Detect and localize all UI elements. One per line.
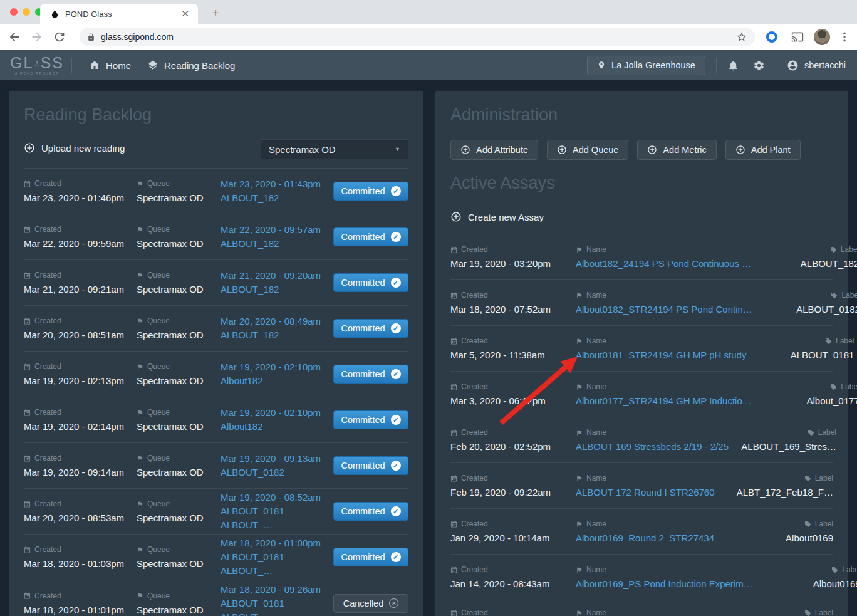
status-button[interactable]: Committed — [333, 456, 408, 475]
assay-name-link[interactable]: Albout0177_STR24194 GH MP Inductio… — [576, 395, 752, 406]
queue-label: Queue — [137, 454, 221, 462]
toolbar-divider — [784, 31, 784, 43]
address-bar[interactable]: glass.sgipond.com — [80, 28, 755, 46]
user-menu[interactable]: sbertacchi — [787, 60, 846, 71]
nav-divider — [776, 58, 776, 73]
create-new-assay-button[interactable]: Create new Assay — [450, 208, 833, 222]
forward-icon[interactable] — [30, 30, 44, 44]
calendar-icon — [450, 246, 457, 253]
assay-name-link[interactable]: Albout182_24194 PS Pond Continuous … — [576, 258, 751, 269]
url-text[interactable]: glass.sgipond.com — [101, 32, 736, 42]
assay-name-link[interactable]: Albout0182_STR24194 PS Pond Contin… — [576, 304, 752, 315]
back-icon[interactable] — [8, 30, 21, 44]
reading-row: Created Mar 20, 2020 - 08:53am Queue Spe… — [24, 489, 408, 535]
name-label: Name — [576, 382, 752, 391]
assay-name-link[interactable]: Albout0169_Round 2_STR27434 — [576, 533, 714, 543]
status-button[interactable]: Committed — [333, 182, 408, 201]
status-icon — [391, 232, 401, 242]
assay-name-link[interactable]: ALBOUT 169 Stressbeds 2/19 - 2/25 — [576, 441, 729, 452]
reading-link[interactable]: Mar 18, 2020 - 09:26am ALBOUT_0181 ALBOU… — [221, 583, 332, 616]
add-attribute-button[interactable]: Add Attribute — [450, 140, 538, 160]
status-button[interactable]: Committed — [333, 227, 408, 246]
logo-text-right: SS — [41, 56, 64, 70]
nav-item-home[interactable]: Home — [89, 60, 131, 71]
queue-value: Spectramax OD — [137, 330, 221, 340]
status-button[interactable]: Committed — [333, 410, 408, 429]
add-plant-button[interactable]: Add Plant — [725, 140, 801, 160]
queue-filter-dropdown[interactable]: Spectramax OD ▼ — [261, 139, 408, 159]
flag-icon — [576, 338, 583, 345]
name-label: Name — [576, 519, 725, 528]
reading-link[interactable]: Mar 20, 2020 - 08:49am ALBOUT_182 — [221, 315, 332, 342]
flag-icon — [137, 226, 143, 233]
reading-row: Created Mar 21, 2020 - 09:21am Queue Spe… — [24, 260, 408, 306]
created-value: Feb 19, 2020 - 09:22am — [450, 487, 576, 498]
assay-name-link[interactable]: Albout0181_STR24194 GH MP pH study — [576, 350, 746, 360]
location-button[interactable]: La Jolla Greenhouse — [587, 56, 705, 75]
flag-icon — [137, 501, 143, 508]
assay-name-link[interactable]: Albout0169_PS Pond Induction Experim… — [576, 578, 753, 589]
minimize-window-button[interactable] — [23, 8, 30, 16]
created-label: Created — [24, 271, 137, 279]
created-value: Mar 3, 2020 - 06:12pm — [450, 395, 576, 406]
extension-icon[interactable] — [766, 31, 777, 43]
calendar-icon — [24, 501, 31, 508]
created-label: Created — [24, 592, 137, 600]
reading-link[interactable]: Mar 21, 2020 - 09:20am ALBOUT_182 — [221, 269, 332, 296]
close-window-button[interactable] — [10, 8, 18, 16]
status-button[interactable]: Cancelled — [333, 594, 408, 613]
reading-link[interactable]: Mar 19, 2020 - 09:13am ALBOUT_0182 — [221, 452, 332, 479]
notifications-bell-icon[interactable] — [727, 60, 739, 71]
assay-name-link[interactable]: ALBOUT 172 Round I STR26760 — [576, 487, 715, 498]
page-content: Reading Backlog Upload new reading Spect… — [0, 80, 857, 616]
created-value: Mar 22, 2020 - 09:59am — [24, 238, 137, 249]
new-tab-button[interactable]: ＋ — [208, 4, 223, 19]
tag-icon — [808, 429, 814, 436]
reading-link[interactable]: Mar 23, 2020 - 01:43pm ALBOUT_182 — [221, 177, 332, 205]
status-button[interactable]: Committed — [333, 502, 408, 521]
created-value: Mar 18, 2020 - 01:01pm — [24, 605, 137, 615]
reading-link[interactable]: Mar 19, 2020 - 02:10pm Albout182 — [221, 360, 332, 388]
upload-new-reading-button[interactable]: Upload new reading — [24, 139, 125, 154]
plus-circle-icon — [735, 145, 745, 155]
label-label: Label — [725, 474, 833, 483]
reading-row: Created Mar 22, 2020 - 09:59am Queue Spe… — [24, 214, 408, 260]
reading-link[interactable]: Mar 19, 2020 - 08:52am ALBOUT_0181 ALBOU… — [221, 491, 332, 532]
administration-panel: Administration Add Attribute Add Queue A… — [435, 91, 848, 616]
created-value: Mar 23, 2020 - 01:46pm — [24, 192, 137, 203]
reload-icon[interactable] — [53, 30, 66, 44]
browser-menu-icon[interactable] — [838, 31, 851, 43]
glass-logo[interactable]: GL SS A POND PROJECT — [10, 56, 64, 75]
cast-icon[interactable] — [791, 31, 804, 43]
created-value: Mar 18, 2020 - 01:03pm — [24, 558, 137, 569]
bookmark-star-icon[interactable] — [736, 31, 747, 43]
created-label: Created — [450, 608, 576, 616]
label-value: Albout0169 — [753, 578, 857, 589]
plus-circle-icon — [647, 145, 657, 155]
settings-gear-icon[interactable] — [753, 60, 765, 71]
assay-list: Created Mar 19, 2020 - 03:20pm Name Albo… — [450, 234, 833, 600]
app-navbar: GL SS A POND PROJECT Home Reading Backlo… — [0, 50, 857, 80]
label-label: Label — [752, 291, 857, 300]
reading-link[interactable]: Mar 22, 2020 - 09:57am ALBOUT_182 — [221, 223, 332, 251]
browser-tab[interactable]: POND Glass ✕ — [40, 4, 198, 24]
tab-close-icon[interactable]: ✕ — [179, 8, 192, 19]
window-controls[interactable] — [10, 8, 43, 16]
status-button[interactable]: Committed — [333, 548, 408, 566]
reading-link[interactable]: Mar 19, 2020 - 02:10pm Albout182 — [221, 406, 332, 434]
add-metric-button[interactable]: Add Metric — [637, 140, 716, 160]
flag-icon — [576, 384, 583, 390]
calendar-icon — [24, 272, 31, 279]
nav-item-reading-backlog[interactable]: Reading Backlog — [147, 60, 235, 71]
created-label: Created — [24, 408, 137, 417]
assay-row: Created Jan 29, 2020 - 10:14am Name Albo… — [450, 509, 833, 555]
browser-profile-avatar[interactable] — [814, 29, 830, 45]
label-label: Label — [746, 337, 854, 345]
status-button[interactable]: Committed — [333, 273, 408, 292]
created-value: Mar 5, 2020 - 11:38am — [450, 350, 576, 360]
chevron-down-icon: ▼ — [395, 146, 400, 152]
reading-link[interactable]: Mar 18, 2020 - 01:00pm ALBOUT_0181 ALBOU… — [221, 536, 332, 578]
status-button[interactable]: Committed — [333, 365, 408, 384]
add-queue-button[interactable]: Add Queue — [547, 140, 628, 160]
status-button[interactable]: Committed — [333, 319, 408, 338]
